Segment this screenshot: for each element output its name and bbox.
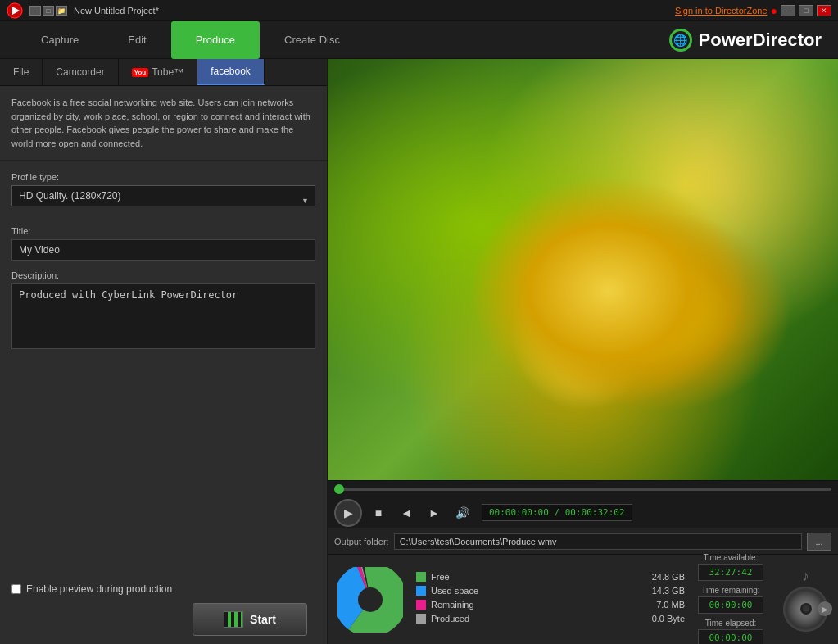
description-label: Description:	[11, 270, 315, 280]
disc-center	[803, 605, 809, 612]
browse-button[interactable]: ...	[807, 533, 831, 551]
disk-space-legend: Free 24.8 GB Used space 14.3 GB Remainin…	[416, 572, 685, 628]
next-frame-button[interactable]: ►	[423, 501, 446, 524]
pie-svg	[337, 567, 403, 633]
sign-in-link[interactable]: Sign in to DirectorZone	[675, 6, 768, 16]
timeline-thumb[interactable]	[334, 484, 344, 494]
enable-preview-checkbox[interactable]	[11, 584, 21, 594]
profile-type-select[interactable]: HD Quality. (1280x720) Standard Quality …	[11, 185, 315, 206]
tab-youtube-label: Tube™	[152, 66, 183, 78]
remaining-color-indicator	[416, 600, 426, 610]
free-color-indicator	[416, 572, 426, 582]
title-bar: ─ □ 📁 New Untitled Project* Sign in to D…	[0, 0, 838, 21]
time-elapsed-box: Time elapsed: 00:00:00	[698, 619, 763, 645]
legend-free: Free 24.8 GB	[416, 572, 685, 582]
time-available-value: 32:27:42	[698, 564, 763, 581]
current-time-display: 00:00:00:00 / 00:00:32:02	[482, 504, 632, 521]
playback-controls: ▶ ■ ◄ ► 🔊 00:00:00:00 / 00:00:32:02	[328, 497, 838, 528]
volume-button[interactable]: 🔊	[451, 501, 473, 524]
top-navigation: Capture Edit Produce Create Disc 🌐 Power…	[0, 21, 838, 59]
time-elapsed-value: 00:00:00	[698, 629, 763, 645]
window-title: New Untitled Project*	[74, 6, 159, 16]
used-value: 14.3 GB	[644, 586, 685, 596]
tab-facebook-label: facebook	[211, 66, 251, 77]
sign-in-icon: ●	[771, 4, 777, 17]
stop-button[interactable]: ■	[367, 501, 390, 524]
profile-type-wrapper: HD Quality. (1280x720) Standard Quality …	[11, 185, 315, 216]
disc-container: ▶	[783, 587, 828, 632]
start-label: Start	[250, 613, 276, 626]
facebook-description: Facebook is a free social networking web…	[11, 96, 315, 150]
time-available-label: Time available:	[698, 553, 763, 562]
time-remaining-value: 00:00:00	[698, 596, 763, 614]
total-time: 00:00:32:02	[565, 507, 625, 518]
time-remaining-label: Time remaining:	[698, 586, 763, 595]
music-note-icon: ♪	[802, 568, 809, 585]
timeline-bar-container[interactable]	[328, 480, 838, 497]
tab-bar: File Camcorder You Tube™ facebook	[0, 59, 327, 86]
tab-youtube[interactable]: You Tube™	[119, 59, 197, 85]
used-label: Used space	[431, 586, 639, 596]
produced-value: 0.0 Byte	[644, 614, 685, 624]
produced-label: Produced	[431, 614, 639, 624]
remaining-label: Remaining	[431, 600, 639, 610]
remaining-value: 7.0 MB	[644, 600, 685, 610]
stats-area: Free 24.8 GB Used space 14.3 GB Remainin…	[328, 554, 838, 644]
play-button[interactable]: ▶	[334, 499, 362, 527]
time-info-panel: Time available: 32:27:42 Time remaining:…	[698, 553, 763, 645]
tab-file[interactable]: File	[0, 59, 43, 85]
time-elapsed-label: Time elapsed:	[698, 619, 763, 628]
tab-file-label: File	[13, 66, 29, 78]
description-textarea[interactable]: Produced with CyberLink PowerDirector	[11, 283, 315, 349]
app-name-label: PowerDirector	[699, 29, 822, 51]
time-remaining-box: Time remaining: 00:00:00	[698, 586, 763, 614]
current-time: 00:00:00:00	[489, 507, 549, 518]
decorative-media-icons: ♪ ▶	[783, 568, 828, 632]
title-left: ─ □ 📁 New Untitled Project*	[7, 2, 159, 19]
video-preview	[328, 59, 838, 480]
description-box: Facebook is a free social networking web…	[0, 86, 327, 161]
enable-preview-row: Enable preview during production	[11, 583, 315, 595]
restore-icon[interactable]: □	[43, 6, 54, 16]
nav-capture[interactable]: Capture	[16, 21, 103, 59]
left-panel: File Camcorder You Tube™ facebook Facebo…	[0, 59, 328, 644]
right-panel: ▶ ■ ◄ ► 🔊 00:00:00:00 / 00:00:32:02 Outp…	[328, 59, 838, 644]
nav-create-disc[interactable]: Create Disc	[260, 21, 365, 59]
legend-produced: Produced 0.0 Byte	[416, 614, 685, 624]
minimize-icon[interactable]: ─	[29, 6, 41, 16]
used-color-indicator	[416, 586, 426, 596]
prev-frame-button[interactable]: ◄	[395, 501, 418, 524]
title-input[interactable]	[11, 239, 315, 261]
nav-edit[interactable]: Edit	[103, 21, 170, 59]
app-title: 🌐 PowerDirector	[669, 29, 822, 52]
title-label: Title:	[11, 226, 315, 236]
minimize-button[interactable]: ─	[781, 5, 795, 16]
nav-produce[interactable]: Produce	[171, 21, 260, 59]
free-label: Free	[431, 572, 639, 582]
profile-type-label: Profile type:	[11, 172, 315, 182]
output-folder-row: Output folder: ...	[328, 528, 838, 554]
folder-icon[interactable]: 📁	[56, 6, 67, 16]
disk-space-pie-chart	[337, 567, 403, 633]
window-icons-left: ─ □ 📁	[29, 6, 67, 16]
close-button[interactable]: ✕	[817, 5, 831, 16]
title-right: Sign in to DirectorZone ● ─ □ ✕	[675, 4, 831, 17]
tab-facebook[interactable]: facebook	[197, 59, 265, 85]
enable-preview-label: Enable preview during production	[26, 583, 172, 595]
legend-remaining: Remaining 7.0 MB	[416, 600, 685, 610]
play-arrow-icon: ▶	[818, 601, 832, 616]
restore-button[interactable]: □	[799, 5, 813, 16]
preview-image	[328, 59, 838, 480]
tab-camcorder[interactable]: Camcorder	[43, 59, 118, 85]
globe-icon: 🌐	[669, 29, 692, 52]
main-content: File Camcorder You Tube™ facebook Facebo…	[0, 59, 838, 644]
time-separator: /	[554, 507, 564, 518]
timeline-progress-bar[interactable]	[334, 488, 831, 491]
start-button[interactable]: Start	[193, 603, 307, 636]
bottom-left: Enable preview during production Start	[0, 575, 327, 644]
free-value: 24.8 GB	[644, 572, 685, 582]
film-icon	[224, 611, 243, 628]
app-logo-icon	[7, 2, 23, 19]
output-path-input[interactable]	[394, 533, 802, 550]
youtube-logo-icon: You	[132, 68, 149, 77]
